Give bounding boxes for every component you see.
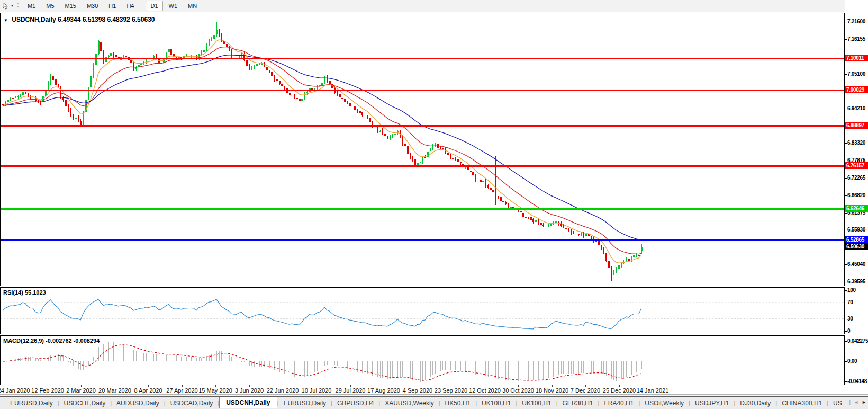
price-axis-tick [845, 39, 847, 40]
price-axis-tick [845, 195, 847, 196]
hline-price-label: 6.52865 [845, 236, 868, 243]
rsi-indicator-label: RSI(14) 55.1023 [3, 289, 46, 296]
price-axis-tick [845, 109, 847, 109]
price-axis-tick [845, 213, 847, 214]
scroll-tabs-right-icon[interactable]: ► [862, 399, 866, 405]
chart-tab-gbpusd-h4[interactable]: GBPUSD,H4 [332, 398, 378, 408]
rsi-axis-value: 70 [847, 299, 853, 306]
timeframe-button-w1[interactable]: W1 [164, 1, 183, 11]
toolbar-separator [205, 2, 205, 10]
price-axis-value: 6.55930 [847, 226, 865, 234]
horizontal-line-6.62646[interactable] [1, 208, 844, 210]
chart-tab-xauusd-weekly[interactable]: XAUUSD,Weekly [380, 398, 438, 408]
horizontal-line-6.76157[interactable] [1, 165, 844, 167]
chart-tab-ger30-h1[interactable]: GER30,H1 [558, 398, 598, 408]
price-chart-canvas[interactable] [1, 13, 844, 286]
chart-tab-usdcnh-daily[interactable]: USDCNH,Daily [219, 397, 277, 408]
horizontal-line-7.10011[interactable] [1, 58, 844, 59]
price-axis-value: 6.45040 [847, 261, 865, 268]
macd-chart-canvas[interactable] [1, 336, 844, 385]
macd-indicator-label: MACD(12,26,9) -0.002762 -0.008294 [3, 337, 100, 344]
chart-tab-uk100-h1[interactable]: UK100,H1 [517, 398, 556, 408]
macd-axis-tick [845, 361, 847, 362]
timeframe-button-m15[interactable]: M15 [60, 1, 81, 11]
chart-tab-fra40-h1[interactable]: FRA40,H1 [599, 398, 638, 408]
macd-axis-value: 0.042275 [847, 337, 868, 345]
rsi-line [3, 299, 641, 329]
price-axis-tick [845, 178, 847, 179]
hline-price-label: 7.10011 [845, 55, 868, 61]
timeframe-button-h1[interactable]: H1 [104, 1, 121, 11]
chart-title: ▼ USDCNH,Daily 6.49344 6.51398 6.48392 6… [4, 16, 155, 23]
timeframe-button-m30[interactable]: M30 [82, 1, 103, 11]
price-axis[interactable]: 7.216007.161557.051006.942106.833206.778… [845, 0, 868, 398]
rsi-axis-tick [845, 331, 847, 332]
rsi-axis-value: 30 [847, 315, 853, 323]
rsi-chart-canvas[interactable] [1, 288, 844, 334]
chart-tab-usdchf-daily[interactable]: USDCHF,Daily [59, 398, 111, 408]
timeframe-button-mn[interactable]: MN [183, 1, 202, 11]
cursor-icon [2, 2, 10, 10]
current-price-line [1, 247, 844, 247]
macd-axis-tick [845, 341, 847, 342]
timeframe-button-m5[interactable]: M5 [41, 1, 59, 11]
rsi-axis-value: 0 [847, 327, 850, 335]
timeframe-buttons: M1M5M15M30H1H4D1W1MN [22, 0, 208, 12]
hline-price-label: 7.00029 [845, 86, 868, 93]
date-axis-tick [485, 385, 485, 387]
horizontal-line-6.52865[interactable] [1, 239, 844, 241]
price-axis-tick [845, 161, 847, 161]
price-chart-panel[interactable]: ▼ USDCNH,Daily 6.49344 6.51398 6.48392 6… [0, 13, 845, 286]
macd-indicator-panel[interactable]: MACD(12,26,9) -0.002762 -0.008294 [0, 335, 845, 385]
chart-ohlc-values: 6.49344 6.51398 6.48392 6.50630 [58, 16, 155, 23]
date-axis-tick [552, 385, 553, 387]
date-axis-tick [384, 385, 384, 387]
price-axis-tick [845, 22, 847, 22]
ohlc-collapse-arrow[interactable]: ▼ [4, 18, 8, 23]
scroll-tabs-left-icon[interactable]: ◄ [854, 399, 858, 405]
price-axis-value: 6.83320 [847, 139, 865, 147]
chart-tab-dj30-daily[interactable]: DJ30,Daily [735, 398, 775, 408]
date-axis-tick [48, 385, 48, 387]
price-axis-tick [845, 264, 847, 265]
rsi-axis-tick [845, 319, 847, 319]
chart-tab-us[interactable]: US [828, 398, 847, 408]
date-axis-tick [317, 385, 317, 387]
date-axis-tick [451, 385, 451, 387]
trading-app-window: ▼ M1M5M15M30H1H4D1W1MN ▼ USDCNH,Daily 6.… [0, 0, 868, 409]
chart-tab-eurusd-daily[interactable]: EURUSD,Daily [5, 398, 58, 408]
price-axis-tick [845, 282, 847, 282]
chart-tab-china300-h1[interactable]: CHINA300,H1 [777, 398, 827, 408]
chart-symbol-period: USDCNH,Daily [12, 16, 56, 23]
chart-tab-usdjpy-h1[interactable]: USDJPY,H1 [690, 398, 734, 408]
date-axis-tick [115, 385, 115, 387]
date-axis-tick [350, 385, 351, 387]
timeframe-button-d1[interactable]: D1 [146, 1, 162, 11]
rsi-indicator-panel[interactable]: RSI(14) 55.1023 [0, 287, 845, 334]
price-axis-value: 7.05100 [847, 70, 865, 78]
chart-tab-hk50-h1[interactable]: HK50,H1 [440, 398, 476, 408]
price-axis-tick [845, 143, 847, 144]
date-axis-tick [619, 385, 620, 387]
toolbar-separator [142, 2, 142, 10]
timeframe-button-h4[interactable]: H4 [122, 1, 139, 11]
date-axis-tick [14, 385, 14, 387]
date-axis-tick [148, 385, 149, 387]
chart-tab-uk100-h1[interactable]: UK100,H1 [477, 398, 516, 408]
chart-tab-usoil-weekly[interactable]: USOil,Weekly [640, 398, 689, 408]
hline-price-label: 6.62646 [845, 205, 868, 212]
date-axis-tick [215, 385, 216, 387]
toolbar-drag-handle[interactable] [17, 2, 19, 10]
date-axis-tick [585, 385, 586, 387]
chart-tab-audusd-daily[interactable]: AUDUSD,Daily [112, 398, 164, 408]
horizontal-line-7.00029[interactable] [1, 90, 844, 91]
hline-price-label: 6.76157 [845, 162, 868, 169]
chart-tab-usdcad-daily[interactable]: USDCAD,Daily [166, 398, 218, 408]
macd-axis-value: -0.04148 [847, 378, 867, 385]
toolbar: ▼ M1M5M15M30H1H4D1W1MN [0, 0, 868, 12]
chart-tab-eurusd-daily[interactable]: EURUSD,Daily [278, 398, 331, 408]
dropdown-caret-icon: ▼ [11, 4, 14, 7]
horizontal-line-6.88897[interactable] [1, 125, 844, 127]
cursor-tool-button[interactable]: ▼ [0, 1, 15, 11]
timeframe-button-m1[interactable]: M1 [23, 1, 40, 11]
